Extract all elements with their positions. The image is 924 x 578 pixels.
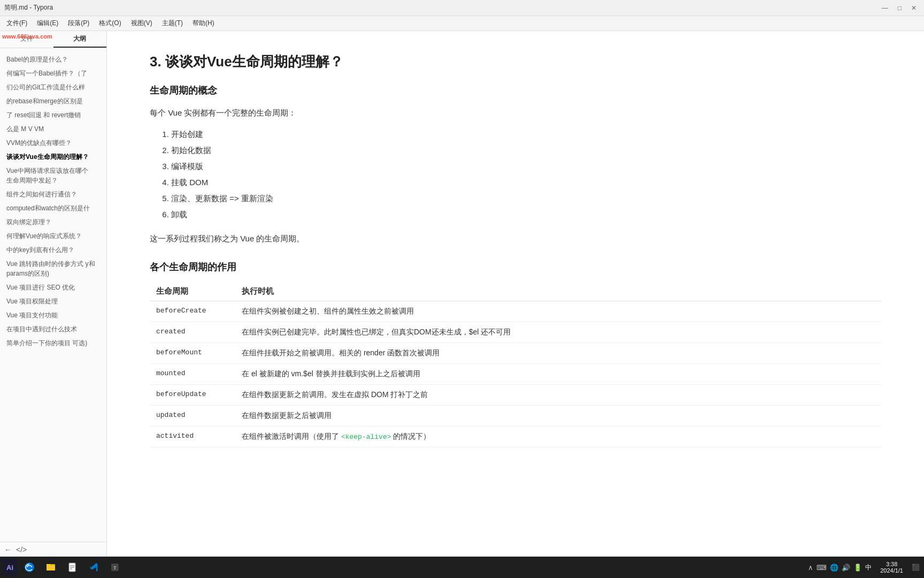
menu-edit[interactable]: 编辑(E)	[33, 17, 63, 29]
sidebar-bottom: ← </>	[0, 542, 106, 557]
menu-help[interactable]: 帮助(H)	[188, 17, 219, 29]
hook-created: created	[150, 322, 235, 343]
vscode-icon	[87, 561, 100, 574]
explorer-icon	[44, 561, 57, 574]
content-area[interactable]: 3. 谈谈对Vue生命周期的理解？ 生命周期的概念 每个 Vue 实例都有一个完…	[107, 31, 924, 557]
maximize-button[interactable]: □	[895, 4, 905, 12]
menu-format[interactable]: 格式(O)	[95, 17, 125, 29]
table-row: beforeUpdate 在组件数据更新之前调用。发生在虚拟 DOM 打补丁之前	[150, 385, 881, 406]
tab-outline[interactable]: 大纲	[53, 31, 107, 48]
typora-icon: T	[109, 561, 121, 574]
window-title: 简明.md - Typora	[4, 3, 53, 12]
list-item-3: 编译模版	[171, 158, 881, 174]
desc-created: 在组件实例已创建完毕。此时属性也已绑定，但真实DOM还未生成，$el 还不可用	[235, 322, 881, 343]
taskbar-clock: 3:38 2024/1/1	[876, 561, 907, 574]
outline-item-vue-router-params[interactable]: Vue 跳转路由时的传参方式 y和params的区别)	[0, 257, 106, 280]
outline-item-vue-reactive[interactable]: 何理解Vue的响应式系统？	[0, 229, 106, 243]
notepad-icon	[66, 561, 79, 574]
edge-icon	[23, 561, 36, 574]
desc-updated: 在组件数据更新之后被调用	[235, 406, 881, 427]
outline-item-mvvm-pros[interactable]: VVM的优缺点有哪些？	[0, 136, 106, 150]
svg-rect-3	[47, 565, 55, 571]
table-row: updated 在组件数据更新之后被调用	[150, 406, 881, 427]
outline-item-git-workflow[interactable]: 们公司的Git工作流是什么样	[0, 80, 106, 94]
outline-item-computed-watch[interactable]: computed和watch的区别是什	[0, 201, 106, 215]
outline-item-two-way[interactable]: 双向绑定原理？	[0, 215, 106, 229]
taskbar-edge[interactable]	[20, 559, 39, 576]
ai-button[interactable]: Ai	[2, 559, 18, 576]
section2-title: 各个生命周期的作用	[150, 261, 881, 273]
outline-item-tech-experience[interactable]: 在项目中遇到过什么技术	[0, 322, 106, 336]
table-row: beforeCreate 在组件实例被创建之初、组件的属性生效之前被调用	[150, 301, 881, 322]
window-controls: — □ ✕	[879, 4, 920, 12]
sidebar-code-button[interactable]: </>	[16, 545, 27, 554]
page-heading: 3. 谈谈对Vue生命周期的理解？	[150, 52, 881, 71]
tray-battery[interactable]: 🔋	[853, 564, 862, 572]
show-desktop-button[interactable]: ⬛	[910, 564, 922, 571]
hook-updated: updated	[150, 406, 235, 427]
section1-intro: 每个 Vue 实例都有一个完整的生命周期：	[150, 105, 881, 120]
outline-item-babel-principle[interactable]: Babel的原理是什么？	[0, 52, 106, 66]
outline-item-component-comm[interactable]: 组件之间如何进行通信？	[0, 187, 106, 201]
table-row: created 在组件实例已创建完毕。此时属性也已绑定，但真实DOM还未生成，$…	[150, 322, 881, 343]
ai-label: Ai	[6, 564, 13, 572]
desc-mounted: 在 el 被新建的 vm.$el 替换并挂载到实例上之后被调用	[235, 364, 881, 385]
outline-item-vue-payment[interactable]: Vue 项目支付功能	[0, 308, 106, 322]
desc-beforeUpdate: 在组件数据更新之前调用。发生在虚拟 DOM 打补丁之前	[235, 385, 881, 406]
taskbar-vscode[interactable]	[84, 559, 103, 576]
menu-paragraph[interactable]: 段落(P)	[64, 17, 94, 29]
sidebar-back-button[interactable]: ←	[4, 545, 12, 554]
tray-ime[interactable]: 中	[865, 563, 872, 572]
menu-file[interactable]: 文件(F)	[2, 17, 32, 29]
main-area: 文件 大纲 Babel的原理是什么？ 何编写一个Babel插件？（了 们公司的G…	[0, 31, 924, 557]
lifecycle-list: 开始创建 初始化数据 编译模版 挂载 DOM 渲染、更新数据 => 重新渲染 卸…	[150, 126, 881, 223]
outline-item-mvvm[interactable]: 么是 M V VM	[0, 122, 106, 136]
list-item-2: 初始化数据	[171, 142, 881, 158]
desc-beforeCreate: 在组件实例被创建之初、组件的属性生效之前被调用	[235, 301, 881, 322]
watermark: www.666java.com	[0, 32, 55, 41]
outline-item-vue-auth[interactable]: Vue 项目权限处理	[0, 294, 106, 308]
desc-beforeMount: 在组件挂载开始之前被调用。相关的 render 函数首次被调用	[235, 343, 881, 364]
section1-summary: 这一系列过程我们称之为 Vue 的生命周期。	[150, 231, 881, 246]
table-row: beforeMount 在组件挂载开始之前被调用。相关的 render 函数首次…	[150, 343, 881, 364]
title-bar: 简明.md - Typora — □ ✕	[0, 0, 924, 16]
table-row: activited 在组件被激活时调用（使用了 <keep-alive> 的情况…	[150, 427, 881, 447]
sidebar-content: Babel的原理是什么？ 何编写一个Babel插件？（了 们公司的Git工作流是…	[0, 48, 106, 542]
outline-item-project-intro[interactable]: 简单介绍一下你的项目 可选)	[0, 336, 106, 350]
list-item-6: 卸载	[171, 207, 881, 223]
table-header-hook: 生命周期	[150, 282, 235, 301]
outline-item-rebase-merge[interactable]: 的rebase和merge的区别是	[0, 94, 106, 108]
outline-item-reset-revert[interactable]: 了 reset回退 和 revert撤销	[0, 108, 106, 122]
menu-bar: 文件(F) 编辑(E) 段落(P) 格式(O) 视图(V) 主题(T) 帮助(H…	[0, 16, 924, 31]
table-row: mounted 在 el 被新建的 vm.$el 替换并挂载到实例上之后被调用	[150, 364, 881, 385]
hook-beforeUpdate: beforeUpdate	[150, 385, 235, 406]
taskbar-explorer[interactable]	[41, 559, 60, 576]
outline-item-vue-request[interactable]: Vue中网络请求应该放在哪个生命周期中发起？	[0, 164, 106, 187]
outline-item-vue-key[interactable]: 中的key到底有什么用？	[0, 243, 106, 257]
section1-title: 生命周期的概念	[150, 84, 881, 97]
outline-item-vue-lifecycle[interactable]: 谈谈对Vue生命周期的理解？	[0, 150, 106, 164]
menu-theme[interactable]: 主题(T)	[158, 17, 187, 29]
outline-item-babel-plugin[interactable]: 何编写一个Babel插件？（了	[0, 66, 106, 80]
close-button[interactable]: ✕	[908, 4, 920, 12]
menu-view[interactable]: 视图(V)	[127, 17, 157, 29]
tray-sound[interactable]: 🔊	[842, 564, 850, 572]
hook-beforeCreate: beforeCreate	[150, 301, 235, 322]
taskbar-notepad[interactable]	[63, 559, 82, 576]
hook-beforeMount: beforeMount	[150, 343, 235, 364]
hook-activited: activited	[150, 427, 235, 447]
outline-item-vue-seo[interactable]: Vue 项目进行 SEO 优化	[0, 280, 106, 294]
taskbar-right: ∧ ⌨ 🌐 🔊 🔋 中 3:38 2024/1/1 ⬛	[806, 561, 922, 574]
lifecycle-table: 生命周期 执行时机 beforeCreate 在组件实例被创建之初、组件的属性生…	[150, 282, 881, 447]
clock-time: 3:38	[880, 561, 903, 567]
taskbar-typora[interactable]: T	[105, 559, 125, 576]
hook-mounted: mounted	[150, 364, 235, 385]
clock-date: 2024/1/1	[880, 567, 903, 574]
tray-network[interactable]: 🌐	[830, 564, 838, 572]
tray-up-arrow[interactable]: ∧	[808, 564, 813, 572]
taskbar: Ai	[0, 557, 924, 578]
list-item-1: 开始创建	[171, 126, 881, 142]
tray-keyboard[interactable]: ⌨	[817, 564, 827, 572]
minimize-button[interactable]: —	[879, 4, 891, 12]
tray-icons: ∧ ⌨ 🌐 🔊 🔋 中	[806, 563, 874, 572]
